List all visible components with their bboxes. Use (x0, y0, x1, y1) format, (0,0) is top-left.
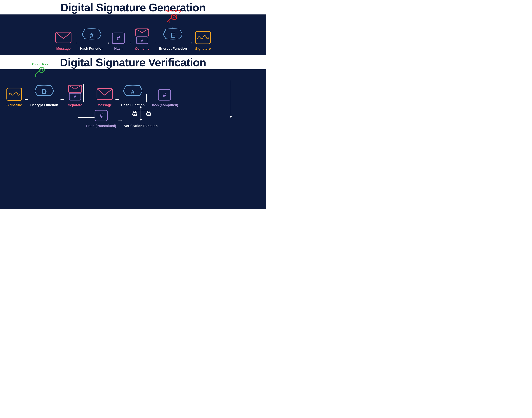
svg-text:#: # (100, 112, 103, 119)
gen-signature-item: Signature (195, 31, 211, 51)
top-flow-line (14, 8, 137, 14)
ver-sig-label: Signature (6, 103, 22, 107)
message-envelope-icon (55, 31, 72, 45)
arrow-4: → (152, 40, 158, 46)
ver-bottom-row: # Hash (transmitted) → (6, 105, 260, 128)
generation-flow-row: Message → # Hash Function → (55, 28, 211, 51)
ver-arrow-2: → (59, 96, 65, 103)
ver-right-connector (146, 93, 149, 103)
gen-encrypt-label: Encrypt Function (159, 47, 187, 51)
gen-combine-label: Combine (135, 47, 149, 51)
private-key-down-arrow: ↓ (171, 24, 173, 29)
svg-text:D: D (42, 88, 47, 96)
ver-verification-item: # # (124, 105, 158, 128)
hash-icon: # (111, 32, 125, 45)
hashcomputed-to-ver-arrow (229, 81, 233, 119)
ver-hashfunc-icon: # (123, 85, 143, 101)
generation-area: Private Key ↓ (0, 14, 266, 55)
ver-left-flow: Signature → D Decrypt Function → (6, 85, 84, 107)
svg-marker-6 (100, 10, 103, 13)
arrow-2: → (105, 40, 110, 46)
gen-hash-item: # Hash (111, 32, 125, 51)
verification-function-icon: # # (131, 105, 151, 122)
ver-separate-label: Separate (68, 103, 82, 107)
svg-point-1 (173, 16, 175, 18)
svg-text:#: # (90, 32, 94, 39)
svg-text:#: # (148, 113, 149, 116)
ver-hash-transmitted-icon: # (94, 109, 108, 122)
gen-hashfunc-item: # Hash Function (80, 28, 104, 51)
ver-arrow-1: → (24, 96, 29, 103)
svg-point-16 (39, 67, 44, 72)
gen-combine-item: # Combine (133, 28, 151, 51)
svg-text:E: E (171, 31, 175, 39)
ver-hashfunc-item: # Hash Function (121, 85, 145, 107)
public-key-icon (34, 67, 46, 77)
gen-message-item: Message (55, 31, 72, 51)
ver-right-flow: Message → # Hash Function (96, 85, 178, 107)
arrow-1: → (73, 40, 79, 46)
private-key-icon (166, 13, 178, 24)
private-key-label: Private Key (164, 9, 181, 13)
ver-message-icon (96, 87, 113, 101)
ver-bottom-flow: # Hash (transmitted) → (86, 105, 158, 128)
svg-marker-49 (92, 116, 95, 118)
ver-decrypt-label: Decrypt Function (30, 103, 58, 107)
page-wrapper: Digital Signature Generation Private Key… (0, 0, 266, 209)
encrypt-function-icon: E (163, 28, 183, 45)
gen-message-label: Message (56, 47, 71, 51)
ver-decrypt-item: D Decrypt Function (30, 85, 58, 107)
sep-msg-to-ver-arrow (82, 84, 85, 102)
ver-message-item: Message (96, 87, 113, 107)
svg-text:#: # (131, 88, 135, 96)
private-key-group: Private Key ↓ (164, 9, 181, 29)
public-key-label: Public Key (32, 62, 48, 66)
combine-icon: # (133, 28, 151, 45)
gen-signature-label: Signature (195, 47, 211, 51)
sep-to-hashtrans-arrow (78, 116, 95, 119)
arrow-3: → (127, 40, 132, 46)
signature-icon (195, 31, 211, 45)
svg-text:#: # (117, 35, 120, 42)
arrow-5: → (188, 40, 194, 46)
ver-hash-transmitted-label: Hash (transmitted) (86, 124, 116, 128)
right-angle-line (146, 93, 149, 103)
svg-text:#: # (141, 38, 143, 43)
gen-hashfunc-label: Hash Function (80, 47, 104, 51)
ver-sig-item: Signature (6, 87, 22, 107)
ver-hash-computed-icon: # (157, 89, 171, 101)
svg-text:#: # (163, 92, 166, 98)
svg-text:#: # (74, 94, 76, 99)
hash-function-icon: # (82, 28, 102, 45)
svg-point-17 (41, 69, 43, 71)
decrypt-function-icon: D (34, 85, 54, 101)
svg-marker-53 (83, 84, 84, 87)
gen-hash-label: Hash (114, 47, 122, 51)
svg-point-0 (171, 14, 177, 20)
ver-hash-computed-label: Hash (computed) (151, 103, 178, 107)
ver-arrow-3: → (114, 96, 120, 103)
svg-marker-46 (140, 119, 142, 121)
svg-marker-29 (146, 101, 147, 103)
separate-icon: # (66, 85, 84, 101)
gen-encrypt-item: E Encrypt Function (159, 28, 187, 51)
ver-verification-label: Verification Function (124, 124, 158, 128)
ver-separate-item: # Separate (66, 85, 84, 107)
ver-hashfunc-label: Hash Function (121, 103, 145, 107)
svg-marker-51 (230, 116, 232, 119)
verification-main-flow: Signature → D Decrypt Function → (6, 85, 260, 107)
svg-text:#: # (134, 113, 135, 116)
ver-hash-computed-item: # Hash (computed) (151, 89, 178, 107)
verification-area: Public Key ↓ (0, 70, 266, 209)
public-key-group: Public Key ↓ (32, 62, 48, 82)
ver-message-label: Message (97, 103, 112, 107)
public-key-down-arrow: ↓ (39, 78, 41, 82)
ver-sig-icon (6, 87, 22, 101)
ver-arrow-4: → (117, 117, 123, 123)
